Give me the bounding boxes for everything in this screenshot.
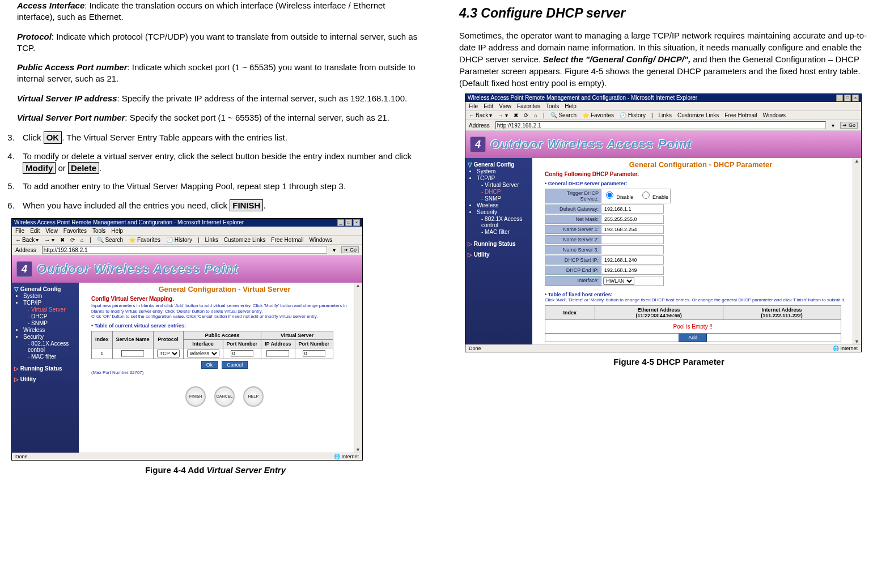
sidebar-item-wireless[interactable]: Wireless <box>477 202 530 208</box>
sidebar-item-running-status[interactable]: Running Status <box>468 241 530 247</box>
ns1-input[interactable] <box>603 226 660 233</box>
favorites-icon[interactable]: ⭐ Favorites <box>582 112 614 118</box>
content-title: General Configuration - Virtual Server <box>91 285 358 293</box>
sidebar-item-macfilter[interactable]: MAC filter <box>28 353 77 360</box>
sidebar-item-macfilter[interactable]: MAC filter <box>481 229 530 235</box>
sidebar-item-system[interactable]: System <box>23 293 77 299</box>
search-icon[interactable]: 🔍 Search <box>550 112 577 118</box>
figure-4-4-screenshot: Wireless Access Point Remote Management … <box>11 218 363 461</box>
finish-round-button[interactable]: FINISH <box>185 386 206 407</box>
default-gateway-input[interactable] <box>603 206 660 212</box>
dhcp-end-input[interactable] <box>603 267 660 274</box>
add-button[interactable]: Add <box>679 334 707 342</box>
steps-list: Click OK. The Virtual Server Entry Table… <box>6 131 425 211</box>
enable-radio[interactable]: Enable <box>639 194 669 200</box>
help-round-button[interactable]: HELP <box>243 386 264 407</box>
cancel-button[interactable]: Cancel <box>222 361 248 369</box>
ns2-input[interactable] <box>603 236 660 243</box>
sidebar-item-general-config[interactable]: General Config <box>14 286 77 292</box>
sidebar-item-dhcp[interactable]: DHCP <box>28 313 77 319</box>
forward-icon[interactable]: → ▾ <box>498 112 508 118</box>
scrollbar[interactable] <box>354 283 362 453</box>
url-input[interactable] <box>495 121 827 129</box>
app-banner: 4 Outdoor Wireless Access Point <box>465 131 861 158</box>
refresh-icon[interactable]: ⟳ <box>524 112 528 118</box>
section-intro: Sometimes, the operator want to managing… <box>459 29 879 89</box>
menu-bar[interactable]: FileEditViewFavoritesToolsHelp <box>465 102 861 111</box>
toolbar[interactable]: ← Back ▾ → ▾ ✖ ⟳ ⌂ | 🔍 Search ⭐ Favorite… <box>465 111 861 120</box>
close-icon[interactable]: × <box>852 95 859 101</box>
ns3-input[interactable] <box>603 246 660 253</box>
url-input[interactable] <box>42 246 328 254</box>
dhcp-start-input[interactable] <box>603 257 660 263</box>
protocol-select[interactable]: TCP <box>157 350 180 357</box>
address-bar: Address ▾ ➜ Go <box>12 245 362 255</box>
sidebar-item-virtual-server[interactable]: Virtual Server <box>28 306 77 313</box>
sidebar-item-8021x[interactable]: 802.1X Access control <box>28 340 77 353</box>
home-icon[interactable]: ⌂ <box>534 112 537 118</box>
minimize-icon[interactable]: _ <box>836 95 843 101</box>
sidebar-item-dhcp[interactable]: DHCP <box>481 189 530 195</box>
content-title: General Configuration - DHCP Parameter <box>545 160 857 169</box>
favorites-icon[interactable]: ⭐ Favorites <box>129 237 160 243</box>
cancel-round-button[interactable]: CANCEL <box>214 386 235 407</box>
back-button[interactable]: ← Back ▾ <box>469 112 492 118</box>
stop-icon[interactable]: ✖ <box>514 112 518 118</box>
sidebar-item-snmp[interactable]: SNMP <box>481 195 530 202</box>
interface-select[interactable]: Wireless <box>187 350 219 357</box>
go-button[interactable]: ➜ Go <box>341 246 359 253</box>
go-button[interactable]: ➜ Go <box>840 122 858 129</box>
back-button[interactable]: ← Back ▾ <box>15 237 39 243</box>
stop-icon[interactable]: ✖ <box>60 237 65 243</box>
service-name-input[interactable] <box>121 350 144 357</box>
scrollbar[interactable] <box>853 158 861 344</box>
netmask-input[interactable] <box>603 216 660 223</box>
step-6: When you have included all the entries y… <box>17 199 425 212</box>
vs-ip-input[interactable] <box>266 350 289 357</box>
sidebar-item-tcpip[interactable]: TCP/IP <box>477 175 530 181</box>
maximize-icon[interactable]: □ <box>844 95 851 101</box>
history-icon[interactable]: 🕘 History <box>166 237 192 243</box>
sidebar-item-utility[interactable]: Utility <box>468 252 530 258</box>
refresh-icon[interactable]: ⟳ <box>70 237 75 243</box>
sidebar-item-general-config[interactable]: General Config <box>468 161 530 168</box>
sidebar-item-wireless[interactable]: Wireless <box>23 327 77 333</box>
window-titlebar: Wireless Access Point Remote Management … <box>465 94 861 102</box>
virtual-server-table: Index Service Name Protocol Public Acces… <box>91 331 333 359</box>
step-3: Click OK. The Virtual Server Entry Table… <box>17 131 425 144</box>
disable-radio[interactable]: Disable <box>603 194 634 200</box>
minimize-icon[interactable]: _ <box>337 219 344 226</box>
status-bar: Done 🌐 Internet <box>465 344 861 352</box>
section-heading: 4.3 Configure DHCP server <box>459 6 879 21</box>
sidebar-item-security[interactable]: Security <box>477 209 530 215</box>
home-icon[interactable]: ⌂ <box>80 237 84 243</box>
close-icon[interactable]: × <box>353 219 360 226</box>
sidebar-item-security[interactable]: Security <box>23 334 77 340</box>
content-pane: General Configuration - DHCP Parameter C… <box>532 158 861 344</box>
sidebar-item-utility[interactable]: Utility <box>14 376 77 382</box>
left-column: Access Interface: Indicate the translati… <box>6 0 425 475</box>
iface-select[interactable]: HWLAN <box>603 277 634 285</box>
forward-icon[interactable]: → ▾ <box>44 237 54 243</box>
search-icon[interactable]: 🔍 Search <box>97 237 123 243</box>
sidebar-item-snmp[interactable]: SNMP <box>28 320 77 326</box>
para-vs-ip: Virtual Server IP address: Specify the p… <box>17 93 425 104</box>
vs-port-input[interactable] <box>303 350 325 357</box>
window-titlebar: Wireless Access Point Remote Management … <box>12 219 362 227</box>
sidebar-item-virtual-server[interactable]: Virtual Server <box>481 182 530 188</box>
history-icon[interactable]: 🕘 History <box>620 112 646 118</box>
finish-button[interactable]: FINISH <box>230 199 263 212</box>
toolbar[interactable]: ← Back ▾ → ▾ ✖ ⟳ ⌂ | 🔍 Search ⭐ Favorite… <box>12 236 362 245</box>
sidebar-item-running-status[interactable]: Running Status <box>14 365 77 372</box>
sidebar-item-tcpip[interactable]: TCP/IP <box>23 300 77 306</box>
ok-button[interactable]: Ok <box>201 361 218 369</box>
sidebar-item-8021x[interactable]: 802.1X Access control <box>481 216 530 228</box>
maximize-icon[interactable]: □ <box>345 219 352 226</box>
sidebar-item-system[interactable]: System <box>477 168 530 174</box>
delete-button[interactable]: Delete <box>68 162 99 174</box>
public-port-input[interactable] <box>231 350 253 357</box>
modify-button[interactable]: Modify <box>23 162 56 174</box>
dhcp-form: Trigger DHCP Service: Disable Enable Def… <box>545 189 857 286</box>
menu-bar[interactable]: FileEditViewFavoritesToolsHelp <box>12 227 362 236</box>
ok-button[interactable]: OK <box>44 131 62 144</box>
